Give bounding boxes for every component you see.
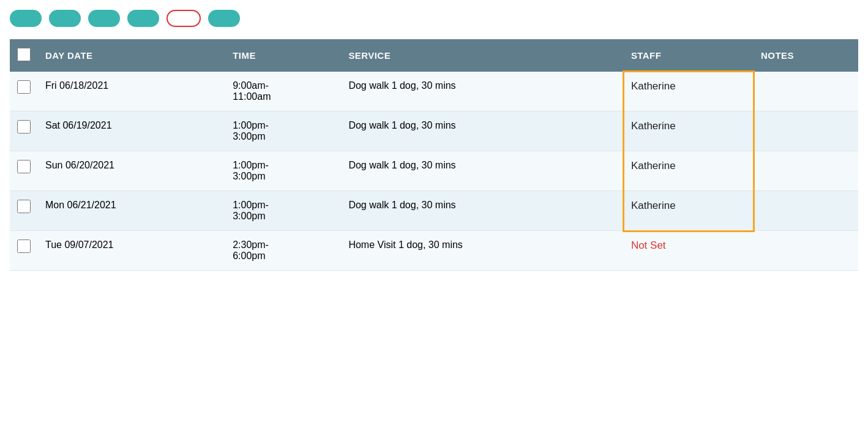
row-time: 1:00pm- 3:00pm xyxy=(225,191,341,231)
row-notes xyxy=(754,111,858,151)
staff-name-label: Katherine xyxy=(631,160,676,172)
row-select-checkbox[interactable] xyxy=(17,160,31,173)
row-select-checkbox[interactable] xyxy=(17,80,31,94)
row-staff: Katherine xyxy=(624,72,754,111)
table-row: Tue 09/07/20212:30pm- 6:00pmHome Visit 1… xyxy=(10,231,858,271)
row-staff: Katherine xyxy=(624,111,754,151)
row-service: Dog walk 1 dog, 30 mins xyxy=(341,111,624,151)
row-time: 2:30pm- 6:00pm xyxy=(225,231,341,271)
toolbar xyxy=(10,10,858,27)
row-checkbox-cell xyxy=(10,151,38,191)
select-all-checkbox[interactable] xyxy=(17,48,31,61)
row-checkbox-cell xyxy=(10,191,38,231)
row-service: Dog walk 1 dog, 30 mins xyxy=(341,191,624,231)
staff-name-label: Katherine xyxy=(631,80,676,92)
row-staff: Katherine xyxy=(624,151,754,191)
delete-button[interactable] xyxy=(166,10,201,27)
col-header-service: SERVICE xyxy=(341,39,624,72)
row-day-date: Fri 06/18/2021 xyxy=(38,72,225,111)
row-checkbox-cell xyxy=(10,111,38,151)
table-body: Fri 06/18/20219:00am- 11:00amDog walk 1 … xyxy=(10,72,858,271)
table-row: Sat 06/19/20211:00pm- 3:00pmDog walk 1 d… xyxy=(10,111,858,151)
schedule-table: DAY DATE TIME SERVICE STAFF NOTES Fri 06… xyxy=(10,39,858,271)
row-checkbox-cell xyxy=(10,231,38,271)
row-day-date: Tue 09/07/2021 xyxy=(38,231,225,271)
table-row: Sun 06/20/20211:00pm- 3:00pmDog walk 1 d… xyxy=(10,151,858,191)
col-header-day-date: DAY DATE xyxy=(38,39,225,72)
col-header-time: TIME xyxy=(225,39,341,72)
row-day-date: Sun 06/20/2021 xyxy=(38,151,225,191)
row-service: Dog walk 1 dog, 30 mins xyxy=(341,72,624,111)
row-time: 1:00pm- 3:00pm xyxy=(225,111,341,151)
col-header-staff: STAFF xyxy=(624,39,754,72)
row-notes xyxy=(754,72,858,111)
row-staff: Not Set xyxy=(624,231,754,271)
row-notes xyxy=(754,191,858,231)
staff-name-label: Katherine xyxy=(631,120,676,132)
header-checkbox-cell xyxy=(10,39,38,72)
add-button[interactable] xyxy=(88,10,120,27)
email-button[interactable] xyxy=(49,10,81,27)
table-row: Fri 06/18/20219:00am- 11:00amDog walk 1 … xyxy=(10,72,858,111)
row-time: 1:00pm- 3:00pm xyxy=(225,151,341,191)
table-row: Mon 06/21/20211:00pm- 3:00pmDog walk 1 d… xyxy=(10,191,858,231)
staff-not-set-label: Not Set xyxy=(631,240,666,251)
staff-name-label: Katherine xyxy=(631,200,676,211)
row-notes xyxy=(754,151,858,191)
row-service: Dog walk 1 dog, 30 mins xyxy=(341,151,624,191)
row-day-date: Mon 06/21/2021 xyxy=(38,191,225,231)
table-header: DAY DATE TIME SERVICE STAFF NOTES xyxy=(10,39,858,72)
row-notes xyxy=(754,231,858,271)
assign-to-order-button[interactable] xyxy=(208,10,240,27)
schedule-table-wrapper: DAY DATE TIME SERVICE STAFF NOTES Fri 06… xyxy=(10,39,858,271)
row-time: 9:00am- 11:00am xyxy=(225,72,341,111)
edit-button[interactable] xyxy=(127,10,159,27)
row-select-checkbox[interactable] xyxy=(17,200,31,213)
add-to-schedule-button[interactable] xyxy=(10,10,42,27)
col-header-notes: NOTES xyxy=(754,39,858,72)
row-select-checkbox[interactable] xyxy=(17,120,31,134)
row-staff: Katherine xyxy=(624,191,754,231)
row-checkbox-cell xyxy=(10,72,38,111)
row-select-checkbox[interactable] xyxy=(17,240,31,253)
row-service: Home Visit 1 dog, 30 mins xyxy=(341,231,624,271)
row-day-date: Sat 06/19/2021 xyxy=(38,111,225,151)
